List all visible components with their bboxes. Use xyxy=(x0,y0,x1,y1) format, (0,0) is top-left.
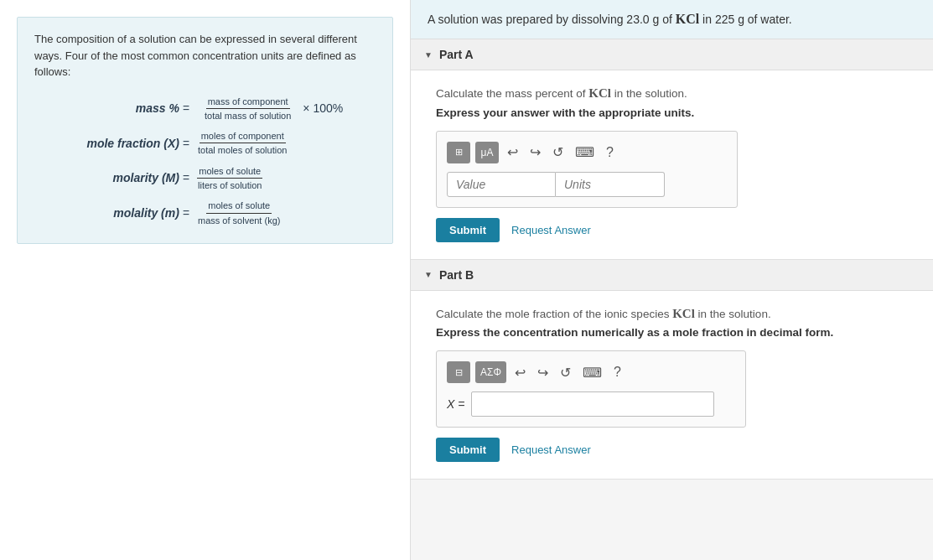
x-equals-row: X = xyxy=(447,391,735,417)
kcl-formula-header: KCl xyxy=(676,12,699,26)
chevron-down-icon-a: ▼ xyxy=(424,50,433,60)
formula-row-molefraction: mole fraction (X) = moles of component t… xyxy=(43,130,367,157)
part-b-question-pre: Calculate the mole fraction of the ionic… xyxy=(436,308,672,320)
part-b-submit-row: Submit Request Answer xyxy=(436,438,908,462)
fraction-molarity: moles of solute liters of solution xyxy=(196,165,263,192)
x-input-b[interactable] xyxy=(471,391,714,417)
refresh-button-a[interactable]: ↺ xyxy=(549,143,567,162)
right-panel: A solution was prepared by dissolving 23… xyxy=(411,0,933,560)
request-answer-link-a[interactable]: Request Answer xyxy=(511,224,591,236)
help-icon-b: ? xyxy=(614,365,621,379)
fraction-mass: mass of component total mass of solution xyxy=(203,96,293,122)
left-panel: The composition of a solution can be exp… xyxy=(0,0,411,560)
redo-button-b[interactable]: ↪ xyxy=(534,363,552,382)
part-a-header[interactable]: ▼ Part A xyxy=(411,39,933,70)
fraction-molality: moles of solute mass of solvent (kg) xyxy=(196,200,282,226)
refresh-icon-b: ↺ xyxy=(560,366,571,380)
part-a-label: Part A xyxy=(439,48,474,61)
help-icon-a: ? xyxy=(606,145,614,159)
grid-icon-a: ⊞ xyxy=(455,147,463,158)
part-b-answer-box: ⊟ ΑΣΦ ↩ ↪ ↺ ⌨ xyxy=(436,350,746,428)
fraction-molefraction: moles of component total moles of soluti… xyxy=(196,130,288,157)
formula-label-molefraction: mole fraction (X) = xyxy=(43,137,189,150)
times-mass: × 100% xyxy=(303,101,343,115)
redo-icon-b: ↪ xyxy=(537,366,548,380)
formula-row-mass: mass % = mass of component total mass of… xyxy=(43,96,367,122)
formula-label-mass: mass % = xyxy=(43,101,189,115)
undo-icon-a: ↩ xyxy=(507,145,518,159)
aso-icon-b: ΑΣΦ xyxy=(480,366,501,378)
help-button-a[interactable]: ? xyxy=(603,143,617,162)
part-b-question: Calculate the mole fraction of the ionic… xyxy=(436,304,908,324)
part-b-instruction: Express the concentration numerically as… xyxy=(436,326,908,339)
chevron-down-icon-b: ▼ xyxy=(424,270,433,279)
keyboard-button-a[interactable]: ⌨ xyxy=(572,143,598,162)
formula-label-molality: molality (m) = xyxy=(43,206,189,220)
aso-button-b[interactable]: ΑΣΦ xyxy=(475,361,506,383)
keyboard-icon-a: ⌨ xyxy=(575,145,594,159)
refresh-icon-a: ↺ xyxy=(552,145,563,159)
units-input-a[interactable] xyxy=(556,172,665,197)
part-b-body: Calculate the mole fraction of the ionic… xyxy=(411,291,933,480)
submit-button-b[interactable]: Submit xyxy=(436,438,500,462)
part-a-submit-row: Submit Request Answer xyxy=(436,218,908,242)
matrix-icon-b: ⊟ xyxy=(455,367,463,378)
part-a-section: ▼ Part A Calculate the mass percent of K… xyxy=(411,39,933,260)
help-button-b[interactable]: ? xyxy=(610,363,625,381)
value-input-a[interactable] xyxy=(447,172,556,197)
part-a-question-post: in the solution. xyxy=(611,87,687,100)
part-a-body: Calculate the mass percent of KCl in the… xyxy=(411,70,933,259)
part-a-answer-box: ⊞ μA ↩ ↪ ↺ ⌨ xyxy=(436,131,738,208)
info-text: The composition of a solution can be exp… xyxy=(34,31,376,80)
keyboard-button-b[interactable]: ⌨ xyxy=(579,363,605,382)
grid-button-a[interactable]: ⊞ xyxy=(447,142,470,163)
formula-row-molality: molality (m) = moles of solute mass of s… xyxy=(43,200,367,226)
info-box: The composition of a solution can be exp… xyxy=(17,17,393,244)
submit-button-a[interactable]: Submit xyxy=(436,218,500,242)
value-units-row-a xyxy=(447,172,727,197)
kcl-part-a: KCl xyxy=(588,86,611,100)
part-a-instruction: Express your answer with the appropriate… xyxy=(436,106,908,119)
mu-icon-a: μA xyxy=(481,147,494,158)
formula-label-molarity: molarity (M) = xyxy=(43,171,189,184)
part-a-toolbar: ⊞ μA ↩ ↪ ↺ ⌨ xyxy=(447,142,727,163)
part-b-label: Part B xyxy=(439,268,474,282)
problem-text-post: in 225 g of water. xyxy=(699,13,792,26)
part-a-question-pre: Calculate the mass percent of xyxy=(436,87,588,100)
part-b-question-post: in the solution. xyxy=(695,308,771,320)
formula-block: mass % = mass of component total mass of… xyxy=(34,92,376,230)
undo-button-b[interactable]: ↩ xyxy=(511,363,529,382)
keyboard-icon-b: ⌨ xyxy=(583,366,602,380)
redo-button-a[interactable]: ↪ xyxy=(526,143,544,162)
part-b-section: ▼ Part B Calculate the mole fraction of … xyxy=(411,260,933,480)
formula-row-molarity: molarity (M) = moles of solute liters of… xyxy=(43,165,367,192)
problem-text-pre: A solution was prepared by dissolving 23… xyxy=(428,13,676,26)
problem-header: A solution was prepared by dissolving 23… xyxy=(411,0,933,39)
refresh-button-b[interactable]: ↺ xyxy=(557,363,574,382)
mu-button-a[interactable]: μA xyxy=(475,142,499,163)
redo-icon-a: ↪ xyxy=(530,145,541,159)
x-label: X = xyxy=(447,397,464,411)
request-answer-link-b[interactable]: Request Answer xyxy=(511,443,591,456)
matrix-button-b[interactable]: ⊟ xyxy=(447,361,470,383)
undo-icon-b: ↩ xyxy=(515,366,526,380)
kcl-part-b: KCl xyxy=(672,307,695,320)
undo-button-a[interactable]: ↩ xyxy=(504,143,521,162)
part-b-toolbar: ⊟ ΑΣΦ ↩ ↪ ↺ ⌨ xyxy=(447,361,735,383)
part-b-header[interactable]: ▼ Part B xyxy=(411,260,933,291)
part-a-question: Calculate the mass percent of KCl in the… xyxy=(436,84,908,103)
